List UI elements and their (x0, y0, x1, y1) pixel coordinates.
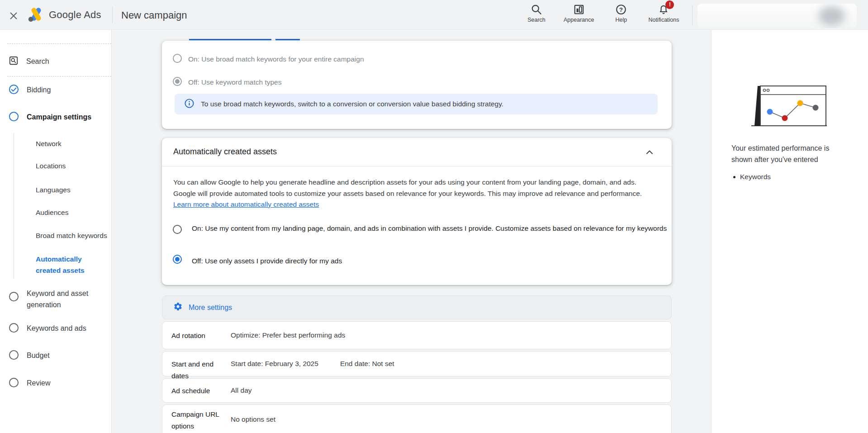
chevron-up-icon[interactable] (644, 147, 655, 160)
bidding-strategy-info-banner: To use broad match keywords, switch to a… (175, 94, 658, 114)
sidebar-keyword-asset-generation-label: Keyword and asset generation (27, 288, 95, 310)
notifications-label: Notifications (648, 17, 679, 23)
ad-schedule-row[interactable]: Ad schedule All day (162, 378, 672, 403)
header-divider-2 (692, 5, 693, 25)
avatar (819, 6, 845, 25)
appearance-label: Appearance (564, 17, 594, 23)
sidebar-step-bidding[interactable]: Bidding (0, 84, 112, 96)
sidebar-subitem-locations[interactable]: Locations (36, 160, 66, 171)
appearance-button[interactable]: Appearance (564, 4, 594, 23)
description-text: You can allow Google to help you generat… (173, 178, 642, 197)
end-date-value: End date: Not set (340, 360, 394, 368)
clipped-link-underline (189, 39, 271, 40)
performance-chart-illustration (749, 84, 828, 129)
search-icon (531, 4, 542, 15)
sidebar-subitem-automatically-created-assets[interactable]: Automatically created assets (36, 253, 108, 276)
assets-card-title: Automatically created assets (173, 147, 277, 157)
start-end-dates-row[interactable]: Start and end dates Start date: February… (162, 351, 672, 376)
header-actions: Search Appearance ? Help ! Notificatio (525, 4, 679, 27)
assets-off-label[interactable]: Off: Use only assets I provide directly … (192, 256, 342, 266)
campaign-url-options-label: Campaign URL options (171, 409, 228, 432)
top-app-bar: Google Ads New campaign Search Appearanc… (0, 0, 868, 30)
sidebar-item-search[interactable]: Search (0, 56, 112, 67)
sidebar-campaign-settings-label: Campaign settings (27, 111, 91, 123)
bullet-dot (733, 176, 735, 178)
search-label: Search (527, 17, 545, 23)
keywords-bullet-item: Keywords (733, 173, 771, 181)
ad-rotation-row[interactable]: Ad rotation Optimize: Prefer best perfor… (162, 321, 672, 349)
sidebar-review-label: Review (27, 377, 50, 389)
learn-more-link[interactable]: Learn more about automatically created a… (173, 200, 319, 208)
subnav-guide-line (14, 133, 14, 279)
check-circle-icon (9, 84, 19, 96)
todo-step-circle-icon (9, 350, 19, 362)
todo-step-circle-icon (9, 291, 19, 303)
search-button[interactable]: Search (525, 4, 548, 23)
sidebar-search-label: Search (26, 56, 49, 67)
todo-step-circle-icon (9, 377, 19, 389)
bell-icon: ! (658, 4, 669, 15)
sidebar-budget-label: Budget (27, 350, 50, 361)
sidebar-step-campaign-settings[interactable]: Campaign settings (0, 111, 112, 123)
ad-rotation-label: Ad rotation (171, 330, 228, 342)
active-step-circle-icon (9, 111, 19, 123)
sidebar-step-keyword-asset-generation[interactable]: Keyword and asset generation (0, 288, 112, 310)
estimated-performance-message: Your estimated performance is shown afte… (731, 143, 850, 165)
more-settings-label: More settings (189, 304, 232, 312)
sidebar-keywords-and-ads-label: Keywords and ads (27, 323, 86, 334)
sidebar-subitem-languages[interactable]: Languages (36, 184, 71, 195)
account-info-blurred[interactable] (697, 4, 857, 28)
broad-match-off-label[interactable]: Off: Use keyword match types (188, 78, 281, 87)
keywords-bullet-label: Keywords (740, 173, 771, 181)
sidebar-step-review[interactable]: Review (0, 377, 112, 389)
close-button[interactable] (8, 11, 19, 22)
notifications-button[interactable]: ! Notifications (648, 4, 679, 23)
page-title: New campaign (121, 10, 187, 21)
campaign-steps-sidebar: Search Bidding Campaign settings Network… (0, 30, 112, 433)
app-name: Google Ads (49, 9, 101, 21)
info-banner-text: To use broad match keywords, switch to a… (201, 100, 503, 108)
header-divider (112, 7, 113, 23)
svg-text:?: ? (619, 6, 623, 13)
automatically-created-assets-card: Automatically created assets You can all… (162, 138, 672, 285)
sidebar-subitem-broad-match-keywords[interactable]: Broad match keywords (36, 230, 107, 241)
help-button[interactable]: ? Help (609, 4, 633, 23)
ad-schedule-value: All day (231, 386, 252, 395)
sidebar-subitem-audiences[interactable]: Audiences (36, 207, 68, 218)
page-search-icon (9, 56, 19, 67)
google-ads-new-campaign-screen: Google Ads New campaign Search Appearanc… (0, 0, 868, 433)
sidebar-step-budget[interactable]: Budget (0, 350, 112, 362)
close-icon (9, 11, 19, 21)
broad-match-on-radio[interactable] (173, 54, 182, 63)
info-icon (184, 98, 194, 110)
broad-match-on-label[interactable]: On: Use broad match keywords for your en… (188, 55, 364, 64)
todo-step-circle-icon (9, 323, 19, 334)
gear-icon (173, 302, 183, 313)
notification-badge: ! (665, 0, 674, 9)
assets-on-label[interactable]: On: Use my content from my landing page,… (192, 223, 669, 234)
assets-on-radio[interactable] (173, 225, 182, 234)
campaign-url-options-row[interactable]: Campaign URL options No options set (162, 404, 672, 433)
help-icon: ? (615, 4, 627, 15)
estimated-performance-panel: Your estimated performance is shown afte… (711, 30, 868, 433)
google-ads-logo: Google Ads (27, 7, 101, 23)
ad-rotation-value: Optimize: Prefer best performing ads (231, 331, 345, 339)
start-date-value: Start date: February 3, 2025 (231, 360, 318, 368)
assets-card-description: You can allow Google to help you generat… (173, 177, 660, 210)
google-ads-logo-icon (27, 7, 45, 23)
ad-schedule-label: Ad schedule (171, 385, 228, 397)
sidebar-subitem-network[interactable]: Network (36, 138, 62, 149)
more-settings-toggle[interactable]: More settings (162, 295, 672, 319)
broad-match-off-radio[interactable] (173, 77, 182, 86)
sidebar-bidding-label: Bidding (27, 84, 51, 95)
assets-off-radio[interactable] (173, 255, 182, 264)
assets-card-header[interactable]: Automatically created assets (162, 138, 672, 167)
sidebar-step-keywords-and-ads[interactable]: Keywords and ads (0, 323, 112, 334)
help-label: Help (616, 17, 627, 23)
sidebar-dashed-divider (7, 43, 111, 44)
clipped-link-underline (275, 39, 300, 40)
campaign-url-options-value: No options set (231, 415, 275, 423)
appearance-icon (573, 4, 585, 15)
sidebar-dashed-divider (7, 76, 111, 76)
campaign-settings-content: On: Use broad match keywords for your en… (112, 30, 711, 433)
